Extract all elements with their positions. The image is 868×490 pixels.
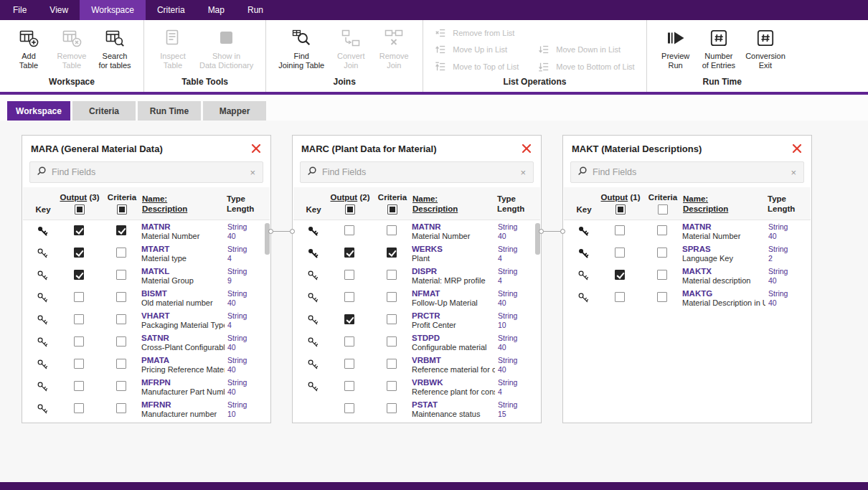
menu-map[interactable]: Map [197, 0, 236, 20]
output-select-all-checkbox[interactable] [345, 204, 355, 215]
field-row-dispr[interactable]: DISPRMaterial: MRP profileString4 [293, 265, 541, 287]
criteria-checkbox[interactable] [387, 248, 397, 258]
criteria-checkbox[interactable] [387, 403, 397, 413]
tab-mapper[interactable]: Mapper [203, 101, 266, 121]
output-checkbox[interactable] [74, 359, 84, 369]
clear-search-icon[interactable]: × [789, 167, 798, 178]
criteria-checkbox[interactable] [387, 359, 397, 369]
find-fields-input[interactable] [593, 167, 784, 177]
join-connector-mara-marc[interactable] [268, 229, 295, 234]
criteria-checkbox[interactable] [116, 381, 126, 391]
field-row-matnr[interactable]: MATNRMaterial NumberString40 [293, 220, 541, 242]
tab-criteria[interactable]: Criteria [72, 101, 136, 121]
clear-search-icon[interactable]: × [519, 167, 527, 178]
field-row-matkl[interactable]: MATKLMaterial GroupString9 [22, 265, 270, 287]
output-checkbox[interactable] [615, 248, 625, 258]
criteria-checkbox[interactable] [657, 225, 667, 235]
criteria-checkbox[interactable] [387, 292, 397, 302]
criteria-checkbox[interactable] [657, 270, 667, 280]
output-checkbox[interactable] [344, 248, 354, 258]
criteria-checkbox[interactable] [116, 314, 126, 324]
criteria-checkbox[interactable] [657, 292, 667, 302]
col-name-sort-link[interactable]: Name:Description [412, 194, 497, 214]
scrollbar-thumb[interactable] [535, 223, 540, 255]
output-checkbox[interactable] [74, 381, 84, 391]
criteria-checkbox[interactable] [657, 248, 667, 258]
output-checkbox[interactable] [74, 292, 84, 302]
col-name-sort-link[interactable]: Name:Description [142, 194, 227, 214]
field-row-mfrpn[interactable]: MFRPNManufacturer Part NumberString40 [22, 376, 270, 398]
field-row-spras[interactable]: SPRASLanguage KeyString2 [563, 242, 811, 265]
menu-criteria[interactable]: Criteria [146, 0, 197, 20]
criteria-checkbox[interactable] [387, 381, 397, 391]
field-row-pstat[interactable]: PSTATMaintenance statusString15 [293, 398, 541, 420]
criteria-checkbox[interactable] [116, 225, 126, 235]
output-checkbox[interactable] [74, 403, 84, 413]
field-row-vhart[interactable]: VHARTPackaging Material TypeString4 [22, 309, 270, 331]
scrollbar-thumb[interactable] [265, 223, 270, 255]
field-row-stdpd[interactable]: STDPDConfigurable materialString40 [293, 331, 541, 354]
criteria-select-all-checkbox[interactable] [658, 204, 668, 215]
field-row-vrbwk[interactable]: VRBWKReference plant for consumString4 [293, 376, 541, 398]
menu-run[interactable]: Run [236, 0, 275, 20]
menu-workspace[interactable]: Workspace [80, 0, 146, 20]
field-row-matnr[interactable]: MATNRMaterial NumberString40 [563, 220, 811, 242]
sort-output-link[interactable]: Output [601, 193, 628, 202]
ribbon-button-find-joining-table[interactable]: FindJoining Table [275, 23, 328, 75]
output-checkbox[interactable] [615, 270, 625, 280]
field-row-vrbmt[interactable]: VRBMTReference material for consString40 [293, 354, 541, 376]
field-row-maktx[interactable]: MAKTXMaterial descriptionString40 [563, 265, 811, 287]
field-row-nfmat[interactable]: NFMATFollow-Up MaterialString40 [293, 287, 541, 309]
output-checkbox[interactable] [615, 292, 625, 302]
output-checkbox[interactable] [74, 270, 84, 280]
criteria-checkbox[interactable] [387, 336, 397, 347]
output-checkbox[interactable] [344, 336, 354, 347]
find-fields-input[interactable] [322, 167, 514, 177]
criteria-select-all-checkbox[interactable] [117, 204, 127, 215]
criteria-select-all-checkbox[interactable] [387, 204, 397, 215]
menu-file[interactable]: File [1, 0, 38, 20]
field-row-werks[interactable]: WERKSPlantString4 [293, 242, 541, 265]
field-row-bismt[interactable]: BISMTOld material numberString40 [22, 287, 270, 309]
output-checkbox[interactable] [344, 225, 354, 235]
ribbon-button-search-for-tables[interactable]: Searchfor tables [95, 23, 135, 75]
ribbon-button-preview-run[interactable]: PreviewRun [656, 23, 696, 75]
tab-run-time[interactable]: Run Time [138, 101, 201, 121]
output-select-all-checkbox[interactable] [75, 204, 85, 215]
output-checkbox[interactable] [344, 403, 354, 413]
field-row-mfrnr[interactable]: MFRNRManufacturer numberString10 [22, 398, 270, 420]
field-row-maktg[interactable]: MAKTGMaterial Description in UppString40 [563, 287, 811, 309]
field-row-mtart[interactable]: MTARTMaterial typeString4 [22, 242, 270, 265]
output-checkbox[interactable] [344, 359, 354, 369]
close-panel-icon[interactable] [791, 143, 803, 154]
criteria-checkbox[interactable] [387, 225, 397, 235]
output-checkbox[interactable] [344, 381, 354, 391]
criteria-checkbox[interactable] [116, 359, 126, 369]
criteria-checkbox[interactable] [116, 403, 126, 413]
clear-search-icon[interactable]: × [248, 167, 257, 178]
criteria-checkbox[interactable] [116, 270, 126, 280]
field-row-matnr[interactable]: MATNRMaterial NumberString40 [22, 220, 270, 242]
find-fields-input[interactable] [52, 167, 243, 177]
output-checkbox[interactable] [74, 314, 84, 324]
field-row-pmata[interactable]: PMATAPricing Reference MaterialString40 [22, 354, 270, 376]
criteria-checkbox[interactable] [116, 292, 126, 302]
sort-output-link[interactable]: Output [60, 193, 88, 202]
close-panel-icon[interactable] [521, 143, 532, 154]
output-checkbox[interactable] [344, 292, 354, 302]
ribbon-button-add-table[interactable]: AddTable [9, 23, 49, 75]
output-checkbox[interactable] [344, 270, 354, 280]
field-row-prctr[interactable]: PRCTRProfit CenterString10 [293, 309, 541, 331]
criteria-checkbox[interactable] [387, 270, 397, 280]
tab-workspace[interactable]: Workspace [7, 101, 70, 121]
close-panel-icon[interactable] [250, 143, 262, 154]
criteria-checkbox[interactable] [387, 314, 397, 324]
sort-output-link[interactable]: Output [331, 193, 358, 202]
criteria-checkbox[interactable] [116, 248, 126, 258]
field-row-satnr[interactable]: SATNRCross-Plant Configurable MatString4… [22, 331, 270, 354]
ribbon-button-number-of-entries[interactable]: Numberof Entries [699, 23, 739, 75]
col-name-sort-link[interactable]: Name:Description [683, 194, 768, 214]
output-checkbox[interactable] [74, 248, 84, 258]
output-select-all-checkbox[interactable] [615, 204, 626, 215]
join-connector-marc-makt[interactable] [539, 229, 565, 234]
